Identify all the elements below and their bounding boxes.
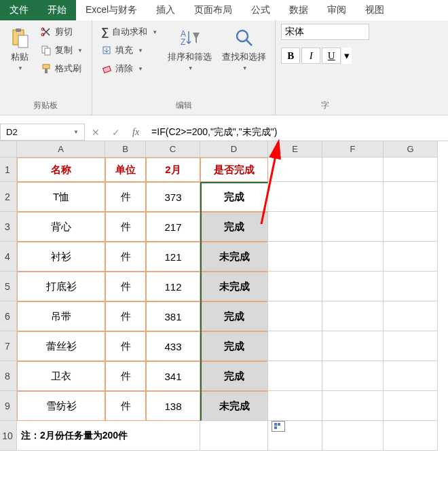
col-header-a[interactable]: A <box>17 141 105 158</box>
cell-a3[interactable]: 背心 <box>17 212 105 242</box>
col-header-b[interactable]: B <box>105 141 146 158</box>
find-select-button[interactable]: 查找和选择 ▼ <box>219 24 269 98</box>
tab-custom[interactable]: Excel与财务 <box>76 0 147 20</box>
cell-e8[interactable] <box>268 361 322 391</box>
cell-b9[interactable]: 件 <box>105 391 146 421</box>
cell-g3[interactable] <box>384 212 438 242</box>
cell-e1[interactable] <box>268 158 322 182</box>
copy-button[interactable]: 复制 ▼ <box>37 42 86 58</box>
row-header-8[interactable]: 8 <box>0 361 17 391</box>
font-name-input[interactable] <box>281 24 369 40</box>
cell-f6[interactable] <box>322 301 384 331</box>
cell-f2[interactable] <box>322 182 384 212</box>
cancel-icon[interactable]: ✕ <box>92 127 100 138</box>
col-header-e[interactable]: E <box>268 141 322 158</box>
paste-button[interactable]: 粘贴 ▼ <box>5 24 34 98</box>
col-header-c[interactable]: C <box>146 141 200 158</box>
cell-d8[interactable]: 完成 <box>200 361 268 391</box>
bold-button[interactable]: B <box>281 48 300 64</box>
row-header-2[interactable]: 2 <box>0 182 17 212</box>
chevron-down-icon[interactable]: ▾ <box>342 48 352 64</box>
sort-filter-button[interactable]: AZ 排序和筛选 ▼ <box>164 24 215 98</box>
autofill-options-button[interactable] <box>272 421 285 432</box>
cell-g9[interactable] <box>384 391 438 421</box>
cell-b7[interactable]: 件 <box>105 331 146 361</box>
tab-home[interactable]: 开始 <box>38 0 76 20</box>
col-header-g[interactable]: G <box>384 141 438 158</box>
format-painter-button[interactable]: 格式刷 <box>37 60 86 77</box>
cell-e7[interactable] <box>268 331 322 361</box>
row-header-1[interactable]: 1 <box>0 158 17 182</box>
cell-e5[interactable] <box>268 272 322 301</box>
cell-c7[interactable]: 433 <box>146 331 200 361</box>
cell-d9[interactable]: 未完成 <box>200 391 268 421</box>
cell-e4[interactable] <box>268 242 322 272</box>
cell-a2[interactable]: T恤 <box>17 182 105 212</box>
cell-a4[interactable]: 衬衫 <box>17 242 105 272</box>
cell-c5[interactable]: 112 <box>146 272 200 301</box>
cell-g2[interactable] <box>384 182 438 212</box>
tab-view[interactable]: 视图 <box>356 0 394 20</box>
cell-g6[interactable] <box>384 301 438 331</box>
cell-f8[interactable] <box>322 361 384 391</box>
cell-a10[interactable]: 注：2月份任务量为200件 <box>17 421 200 451</box>
tab-data[interactable]: 数据 <box>280 0 318 20</box>
cell-b5[interactable]: 件 <box>105 272 146 301</box>
cell-e9[interactable] <box>268 391 322 421</box>
cell-g4[interactable] <box>384 242 438 272</box>
cell-f7[interactable] <box>322 331 384 361</box>
formula-input[interactable]: =IF(C2>=200,"完成","未完成") <box>146 124 448 141</box>
tab-insert[interactable]: 插入 <box>147 0 185 20</box>
cut-button[interactable]: 剪切 <box>37 24 86 40</box>
select-all-corner[interactable] <box>0 141 17 158</box>
cell-d10[interactable] <box>200 421 268 451</box>
cell-e2[interactable] <box>268 182 322 212</box>
cell-a8[interactable]: 卫衣 <box>17 361 105 391</box>
cell-e6[interactable] <box>268 301 322 331</box>
cell-g8[interactable] <box>384 361 438 391</box>
cell-b6[interactable]: 件 <box>105 301 146 331</box>
cell-d6[interactable]: 完成 <box>200 301 268 331</box>
cell-c8[interactable]: 341 <box>146 361 200 391</box>
italic-button[interactable]: I <box>301 48 320 64</box>
fill-button[interactable]: 填充 ▼ <box>98 42 161 58</box>
row-header-9[interactable]: 9 <box>0 391 17 421</box>
cell-b8[interactable]: 件 <box>105 361 146 391</box>
tab-review[interactable]: 审阅 <box>318 0 356 20</box>
cell-a1[interactable]: 名称 <box>17 158 105 182</box>
underline-button[interactable]: U <box>322 48 341 64</box>
cell-g10[interactable] <box>384 421 438 451</box>
cell-c3[interactable]: 217 <box>146 212 200 242</box>
row-header-6[interactable]: 6 <box>0 301 17 331</box>
cell-c6[interactable]: 381 <box>146 301 200 331</box>
cell-a7[interactable]: 蕾丝衫 <box>17 331 105 361</box>
tab-file[interactable]: 文件 <box>0 0 38 20</box>
fx-icon[interactable]: fx <box>132 127 139 138</box>
cell-f9[interactable] <box>322 391 384 421</box>
cell-b4[interactable]: 件 <box>105 242 146 272</box>
clear-button[interactable]: 清除 ▼ <box>98 60 161 77</box>
row-header-3[interactable]: 3 <box>0 212 17 242</box>
cell-g5[interactable] <box>384 272 438 301</box>
row-header-10[interactable]: 10 <box>0 421 17 451</box>
cell-d7[interactable]: 完成 <box>200 331 268 361</box>
cell-a9[interactable]: 雪纺衫 <box>17 391 105 421</box>
cell-c2[interactable]: 373 <box>146 182 200 212</box>
row-header-5[interactable]: 5 <box>0 272 17 301</box>
cell-a5[interactable]: 打底衫 <box>17 272 105 301</box>
tab-formula[interactable]: 公式 <box>242 0 280 20</box>
cell-f10[interactable] <box>322 421 384 451</box>
cell-f1[interactable] <box>322 158 384 182</box>
cell-g1[interactable] <box>384 158 438 182</box>
cell-b3[interactable]: 件 <box>105 212 146 242</box>
row-header-7[interactable]: 7 <box>0 331 17 361</box>
cell-d2[interactable]: 完成 <box>200 182 268 212</box>
cell-b2[interactable]: 件 <box>105 182 146 212</box>
cell-c9[interactable]: 138 <box>146 391 200 421</box>
row-header-4[interactable]: 4 <box>0 242 17 272</box>
autosum-button[interactable]: ∑ 自动求和 ▼ <box>98 24 161 40</box>
accept-icon[interactable]: ✓ <box>112 127 120 138</box>
cell-b1[interactable]: 单位 <box>105 158 146 182</box>
tab-layout[interactable]: 页面布局 <box>185 0 242 20</box>
cell-f4[interactable] <box>322 242 384 272</box>
